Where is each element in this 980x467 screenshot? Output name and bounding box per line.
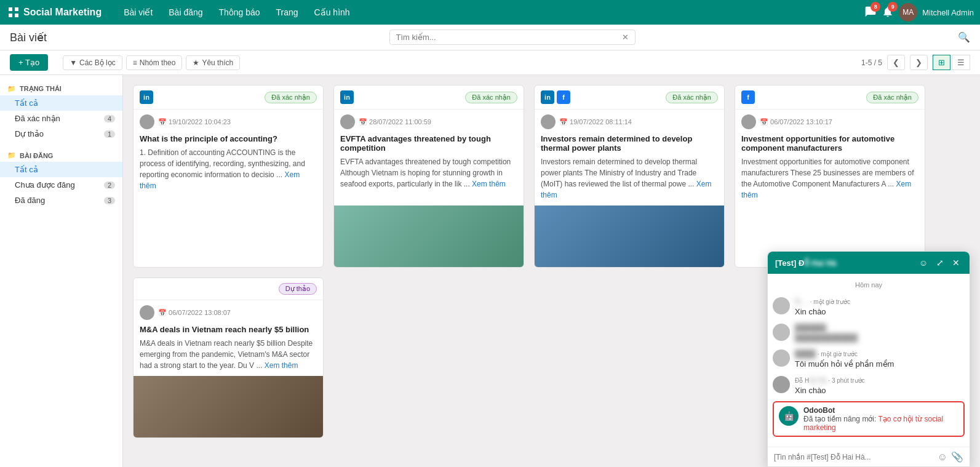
chat-emoji-btn[interactable]: ☺ xyxy=(917,257,930,269)
chat-input-area: ☺ 📎 xyxy=(768,447,970,466)
chat-sender-2: ██████ xyxy=(795,324,826,332)
card-readmore-3[interactable]: Xem thêm xyxy=(541,180,711,199)
user-name[interactable]: Mitchell Admin xyxy=(922,8,974,17)
groupby-label: Nhóm theo xyxy=(140,58,176,67)
chat-avatar-2 xyxy=(773,324,790,341)
chat-close-btn[interactable]: ✕ xyxy=(950,257,962,269)
chat-msg-meta-2: ██████ xyxy=(795,324,965,332)
odoobot-msg: Đã tạo tiềm năng mới: Tạo cơ hội từ soci… xyxy=(803,415,958,432)
toolbar-filters: ▼ Các Bộ lọc ≡ Nhóm theo ★ Yêu thích xyxy=(63,55,240,70)
odoobot-avatar: 🤖 xyxy=(779,406,799,426)
card-meta-4: 📅 06/07/2022 13:10:17 xyxy=(735,110,925,132)
chat-input[interactable] xyxy=(774,453,934,461)
sidebar-item-tatca-2[interactable]: Tất cả xyxy=(0,162,122,177)
messages-icon-badge[interactable]: 8 xyxy=(864,6,877,20)
card-title-3: Investors remain determined to develop t… xyxy=(541,134,718,153)
nav-item-trang[interactable]: Trang xyxy=(269,5,306,20)
chat-msg-text-2: ████████████ xyxy=(795,333,965,342)
sidebar-item-daxacnhan[interactable]: Đã xác nhận 4 xyxy=(0,111,122,126)
card-image-5 xyxy=(133,376,323,437)
top-nav: Social Marketing Bài viết Bài đăng Thông… xyxy=(0,0,980,25)
messages-badge: 8 xyxy=(870,2,880,12)
card-readmore-2[interactable]: Xem thêm xyxy=(472,180,506,188)
search-input[interactable] xyxy=(396,33,622,42)
filters-label: Các Bộ lọc xyxy=(79,58,116,67)
chat-message-2: ██████ ████████████ xyxy=(773,320,965,346)
nav-item-baidang[interactable]: Bài đăng xyxy=(161,5,210,20)
nav-item-thongbao[interactable]: Thông báo xyxy=(212,5,268,20)
card-image-3 xyxy=(535,206,724,267)
create-button[interactable]: + Tạo xyxy=(10,54,48,71)
nav-item-cauhinh[interactable]: Cấu hình xyxy=(307,5,357,20)
card-body-3: Investors remain determined to develop t… xyxy=(535,132,724,206)
scroll-indicator xyxy=(773,439,965,444)
pagination-info: 1-5 / 5 ❮ ❯ ⊞ ☰ xyxy=(861,55,970,70)
sidebar-item-duthao[interactable]: Dự thảo 1 xyxy=(0,126,122,142)
search-bar: ✕ xyxy=(71,30,953,45)
sidebar-label-tatca-1: Tất cả xyxy=(15,98,38,108)
group-by-button[interactable]: ≡ Nhóm theo xyxy=(126,55,183,70)
search-icon-right[interactable]: 🔍 xyxy=(958,31,970,43)
app-grid-icon[interactable] xyxy=(6,5,21,20)
card-date-2: 📅 28/07/2022 11:00:59 xyxy=(359,118,431,126)
svg-rect-1 xyxy=(15,7,18,11)
section-title-1: TRẠNG THÁI xyxy=(20,85,62,93)
chat-msg-content-1: Đ.... · một giờ trước Xin chào xyxy=(795,297,965,316)
card-readmore-4[interactable]: Xem thêm xyxy=(741,180,911,199)
chat-msg-meta-1: Đ.... · một giờ trước xyxy=(795,297,965,306)
search-clear-icon[interactable]: ✕ xyxy=(622,33,629,42)
attachment-icon[interactable]: 📎 xyxy=(951,451,963,463)
sidebar-count-dadang: 3 xyxy=(104,197,115,204)
next-page-button[interactable]: ❯ xyxy=(910,55,928,70)
chat-msg-meta-3: ████ · một giờ trước xyxy=(795,349,965,358)
sidebar-item-chuaduocdang[interactable]: Chưa được đăng 2 xyxy=(0,177,122,193)
chat-header-actions: ☺ ⤢ ✕ xyxy=(917,257,962,269)
nav-item-baiviet[interactable]: Bài viết xyxy=(116,5,160,20)
odoobot-message: 🤖 OdooBot Đã tạo tiềm năng mới: Tạo cơ h… xyxy=(773,401,965,437)
user-avatar[interactable]: MA xyxy=(899,3,917,22)
chat-sender-3: ████ xyxy=(795,349,816,358)
chat-time-3: · một giờ trước xyxy=(818,351,858,357)
card-title-2: EVFTA advantages threatened by tough com… xyxy=(340,134,517,153)
chat-header[interactable]: [Test] Đỗ Hai Hà ☺ ⤢ ✕ xyxy=(768,252,970,274)
sidebar-item-tatca-1[interactable]: Tất cả xyxy=(0,95,122,111)
groupby-icon: ≡ xyxy=(133,58,137,67)
svg-rect-2 xyxy=(9,14,12,17)
emoji-icon[interactable]: ☺ xyxy=(938,452,947,463)
prev-page-button[interactable]: ❮ xyxy=(887,55,905,70)
chat-avatar-4 xyxy=(773,376,790,393)
sidebar-item-dadang[interactable]: Đã đăng 3 xyxy=(0,193,122,208)
card-date-4: 📅 06/07/2022 13:10:17 xyxy=(760,118,832,126)
card-excerpt-5: M&A deals in Vietnam reach nearly $5 bil… xyxy=(140,338,317,371)
chat-expand-btn[interactable]: ⤢ xyxy=(934,257,946,269)
sidebar-label-chuaduocdang: Chưa được đăng xyxy=(15,180,75,190)
view-toggle: ⊞ ☰ xyxy=(933,55,970,70)
linkedin-icon-2: in xyxy=(340,90,354,104)
card-date-1: 📅 19/10/2022 10:04:23 xyxy=(158,118,231,126)
sidebar-label-tatca-2: Tất cả xyxy=(15,165,38,174)
card-meta-3: 📅 19/07/2022 08:11:14 xyxy=(535,110,724,132)
favorites-button[interactable]: ★ Yêu thích xyxy=(186,55,240,70)
notifications-icon-badge[interactable]: 9 xyxy=(882,6,894,20)
sidebar-section-baidang: 📁 BÀI ĐĂNG xyxy=(0,146,122,162)
card-readmore-5[interactable]: Xem thêm xyxy=(265,361,298,370)
card-avatar-1 xyxy=(140,114,154,129)
filters-button[interactable]: ▼ Các Bộ lọc xyxy=(63,55,122,70)
card-body-4: Investment opportunities for automotive … xyxy=(735,132,925,267)
card-meta-1: 📅 19/10/2022 10:04:23 xyxy=(133,110,323,132)
card-meta-5: 📅 06/07/2022 13:08:07 xyxy=(133,300,323,322)
list-view-button[interactable]: ☰ xyxy=(952,55,970,70)
chat-message-4: Đỗ Hải Hà · 3 phút trước Xin chào xyxy=(773,372,965,399)
sidebar-count-daxacnhan: 4 xyxy=(104,115,115,122)
kanban-view-button[interactable]: ⊞ xyxy=(933,55,950,70)
post-card-1: in Đã xác nhận 📅 19/10/2022 10:04:23 Wha… xyxy=(133,85,324,268)
sidebar: 📁 TRẠNG THÁI Tất cả Đã xác nhận 4 Dự thả… xyxy=(0,75,123,467)
linkedin-icon-3: in xyxy=(541,90,554,104)
app-title: Social Marketing xyxy=(23,7,102,18)
card-social-icons-4: f xyxy=(741,90,755,104)
facebook-icon-3: f xyxy=(557,90,570,104)
chat-msg-text-3: Tôi muốn hỏi về phần mềm xyxy=(795,359,965,369)
card-avatar-2 xyxy=(340,114,355,129)
page-title: Bài viết xyxy=(10,31,47,44)
card-readmore-1[interactable]: Xem thêm xyxy=(140,170,300,190)
